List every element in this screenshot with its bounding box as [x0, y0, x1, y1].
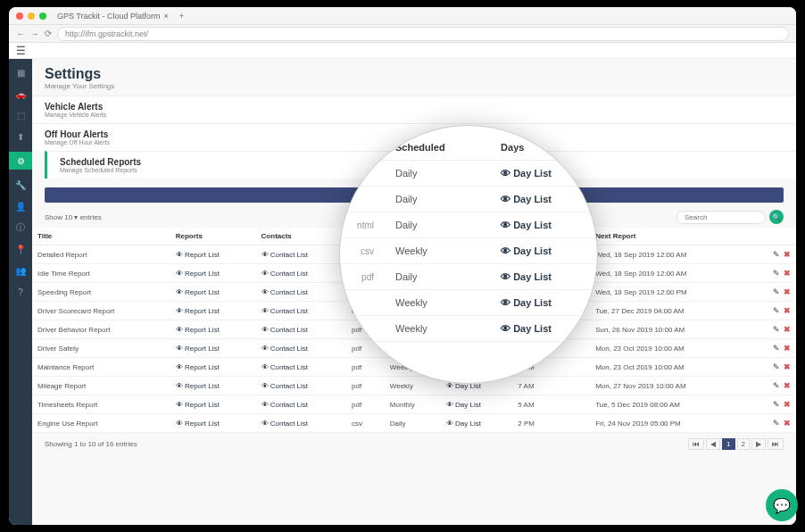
cell-reports[interactable]: Report List — [170, 377, 256, 395]
delete-icon[interactable]: ✖ — [784, 381, 791, 390]
edit-icon[interactable]: ✎ — [773, 325, 780, 334]
cell-contacts[interactable]: Contact List — [256, 302, 347, 320]
cell-contacts[interactable]: Contact List — [256, 377, 347, 395]
minimize-icon[interactable] — [28, 12, 35, 20]
cell-reports[interactable]: Report List — [170, 395, 256, 414]
edit-icon[interactable]: ✎ — [773, 362, 780, 371]
cell-reports[interactable]: Report List — [170, 414, 256, 433]
delete-icon[interactable]: ✖ — [784, 306, 791, 315]
cell-reports[interactable]: Report List — [170, 302, 256, 320]
sidebar-item-upload[interactable]: ⬆ — [14, 130, 27, 143]
cell-reports[interactable]: Report List — [170, 339, 256, 358]
delete-icon[interactable]: ✖ — [784, 400, 791, 409]
edit-icon[interactable]: ✎ — [773, 269, 780, 278]
col-title[interactable]: Title — [32, 228, 170, 245]
magnifier-row: csvWeeklyDay List — [340, 238, 597, 264]
cell-reports[interactable]: Report List — [170, 283, 256, 302]
cell-reports[interactable]: Report List — [170, 358, 256, 377]
cell-reports[interactable]: Report List — [170, 320, 256, 339]
sidebar-item-help[interactable]: ? — [14, 286, 27, 298]
cell-actions: ✎✖ — [751, 377, 796, 395]
sidebar-item-users[interactable]: 👤 — [14, 200, 27, 212]
col-reports[interactable]: Reports — [170, 228, 256, 245]
cell-contacts[interactable]: Contact List — [256, 414, 347, 433]
edit-icon[interactable]: ✎ — [773, 250, 780, 259]
edit-icon[interactable]: ✎ — [773, 344, 780, 353]
edit-icon[interactable]: ✎ — [773, 400, 780, 409]
entries-count[interactable]: 10 — [64, 213, 72, 221]
entries-info: Showing 1 to 10 of 16 entries — [45, 440, 137, 448]
chat-icon: 💬 — [773, 497, 791, 514]
cell-contacts[interactable]: Contact List — [256, 358, 347, 377]
cell-days[interactable]: Day List — [441, 395, 513, 414]
forward-icon[interactable]: → — [30, 29, 39, 38]
table-footer: Showing 1 to 10 of 16 entries ⏮ ◀ 1 2 ▶ … — [32, 433, 796, 455]
sidebar-item-map[interactable]: ⬚ — [14, 109, 27, 121]
sidebar-item-drivers[interactable]: 👥 — [14, 264, 27, 277]
delete-icon[interactable]: ✖ — [784, 269, 791, 278]
back-icon[interactable]: ← — [16, 29, 25, 38]
page-first[interactable]: ⏮ — [688, 438, 704, 450]
tab-close-icon[interactable]: × — [164, 12, 169, 21]
section-subtitle: Manage Vehicle Alerts — [45, 112, 784, 118]
sidebar-item-vehicles[interactable]: 🚗 — [14, 87, 27, 100]
edit-icon[interactable]: ✎ — [773, 419, 780, 428]
cell-title: Driver Scorecard Report — [32, 302, 170, 320]
close-icon[interactable] — [16, 12, 23, 20]
cell-format: csv — [346, 414, 385, 433]
hamburger-icon[interactable]: ☰ — [16, 45, 26, 57]
mag-cell-scheduled: Weekly — [385, 290, 490, 316]
browser-tab[interactable]: GPS Trackit - Cloud Platform × — [57, 12, 169, 21]
reload-icon[interactable]: ⟳ — [45, 29, 52, 38]
cell-format: pdf — [346, 377, 385, 395]
page-prev[interactable]: ◀ — [706, 438, 720, 450]
new-tab-button[interactable]: + — [179, 12, 184, 21]
maximize-icon[interactable] — [39, 12, 46, 20]
sidebar-item-settings[interactable]: ⚙ — [9, 152, 32, 170]
col-contacts[interactable]: Contacts — [256, 228, 347, 245]
section-vehicle-alerts[interactable]: Vehicle Alerts Manage Vehicle Alerts — [32, 96, 796, 123]
page-last[interactable]: ⏭ — [768, 438, 784, 450]
cell-contacts[interactable]: Contact List — [256, 339, 347, 358]
delete-icon[interactable]: ✖ — [784, 344, 791, 353]
mag-cell-days[interactable]: Day List — [490, 238, 597, 264]
cell-next: Mon, 23 Oct 2019 10:00 AM — [590, 358, 751, 377]
cell-contacts[interactable]: Contact List — [256, 283, 347, 302]
url-input[interactable] — [57, 27, 789, 41]
page-1[interactable]: 1 — [722, 438, 734, 450]
sidebar-item-alerts[interactable]: ⓘ — [14, 221, 27, 234]
cell-contacts[interactable]: Contact List — [256, 264, 347, 283]
search-input[interactable] — [676, 211, 766, 224]
cell-reports[interactable]: Report List — [170, 245, 256, 264]
window-controls[interactable] — [16, 12, 46, 20]
col-next[interactable]: Next Report — [590, 228, 751, 245]
mag-cell-days[interactable]: Day List — [490, 290, 597, 316]
edit-icon[interactable]: ✎ — [773, 306, 780, 315]
delete-icon[interactable]: ✖ — [784, 325, 791, 334]
edit-icon[interactable]: ✎ — [773, 381, 780, 390]
delete-icon[interactable]: ✖ — [784, 250, 791, 259]
cell-contacts[interactable]: Contact List — [256, 320, 347, 339]
page-subtitle: Manage Your Settings — [45, 82, 784, 90]
search-button[interactable]: 🔍 — [769, 210, 784, 224]
delete-icon[interactable]: ✖ — [784, 419, 791, 428]
delete-icon[interactable]: ✖ — [784, 362, 791, 371]
sidebar-item-maintenance[interactable]: 🔧 — [14, 179, 27, 191]
mag-cell-days[interactable]: Day List — [490, 212, 597, 238]
page-next[interactable]: ▶ — [751, 438, 766, 450]
cell-format: pdf — [346, 395, 385, 414]
cell-contacts[interactable]: Contact List — [256, 395, 347, 414]
cell-reports[interactable]: Report List — [170, 264, 256, 283]
sidebar-item-dashboard[interactable]: ▦ — [14, 66, 27, 79]
delete-icon[interactable]: ✖ — [784, 287, 791, 296]
edit-icon[interactable]: ✎ — [773, 287, 780, 296]
cell-days[interactable]: Day List — [441, 414, 513, 433]
page-2[interactable]: 2 — [737, 438, 750, 450]
cell-contacts[interactable]: Contact List — [256, 245, 347, 264]
chat-fab[interactable]: 💬 — [766, 489, 798, 521]
magnifier-row: DailyDay List — [340, 187, 597, 212]
mag-cell-days[interactable]: Day List — [490, 187, 597, 212]
sidebar-item-location[interactable]: 📍 — [14, 243, 27, 255]
mag-cell-days[interactable]: Day List — [490, 264, 597, 290]
cell-title: Maintance Report — [32, 358, 170, 377]
